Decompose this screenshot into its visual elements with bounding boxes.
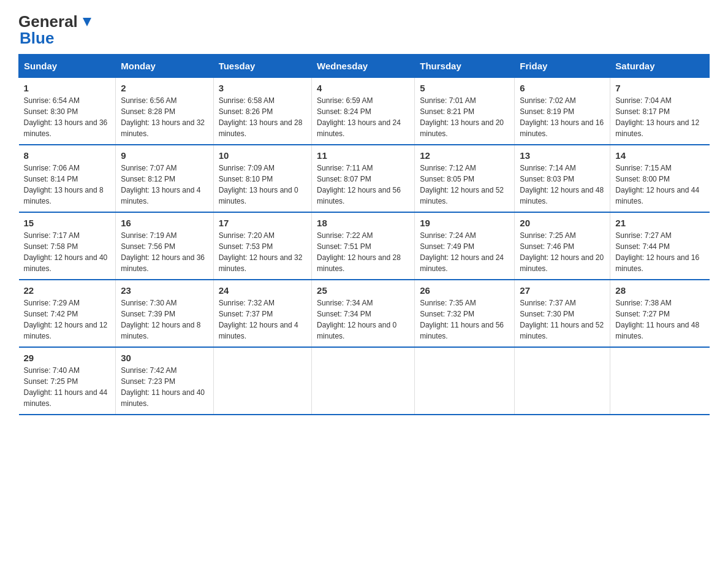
day-info: Sunrise: 6:54 AMSunset: 8:30 PMDaylight:… xyxy=(24,95,111,139)
day-info: Sunrise: 6:56 AMSunset: 8:28 PMDaylight:… xyxy=(121,95,208,139)
day-number: 5 xyxy=(420,83,509,93)
column-header-thursday: Thursday xyxy=(415,55,515,78)
day-info: Sunrise: 7:01 AMSunset: 8:21 PMDaylight:… xyxy=(420,95,509,139)
day-number: 12 xyxy=(420,150,509,161)
day-number: 15 xyxy=(24,218,111,228)
day-info: Sunrise: 7:34 AMSunset: 7:34 PMDaylight:… xyxy=(317,297,409,342)
calendar-cell: 13Sunrise: 7:14 AMSunset: 8:03 PMDayligh… xyxy=(515,145,610,212)
day-number: 3 xyxy=(219,83,306,93)
logo-blue-text: Blue xyxy=(18,29,54,48)
calendar-cell: 16Sunrise: 7:19 AMSunset: 7:56 PMDayligh… xyxy=(116,212,213,280)
calendar-cell: 26Sunrise: 7:35 AMSunset: 7:32 PMDayligh… xyxy=(415,280,515,347)
day-number: 10 xyxy=(219,150,306,161)
calendar-cell: 7Sunrise: 7:04 AMSunset: 8:17 PMDaylight… xyxy=(610,78,710,145)
calendar-cell xyxy=(515,347,610,415)
day-number: 9 xyxy=(121,150,208,161)
calendar-cell: 18Sunrise: 7:22 AMSunset: 7:51 PMDayligh… xyxy=(312,212,415,280)
day-info: Sunrise: 7:32 AMSunset: 7:37 PMDaylight:… xyxy=(219,297,306,342)
calendar-cell: 5Sunrise: 7:01 AMSunset: 8:21 PMDaylight… xyxy=(415,78,515,145)
calendar-cell: 28Sunrise: 7:38 AMSunset: 7:27 PMDayligh… xyxy=(610,280,710,347)
calendar-cell: 17Sunrise: 7:20 AMSunset: 7:53 PMDayligh… xyxy=(213,212,311,280)
day-number: 21 xyxy=(615,218,704,228)
day-info: Sunrise: 7:24 AMSunset: 7:49 PMDaylight:… xyxy=(420,230,509,274)
calendar-week-row: 1Sunrise: 6:54 AMSunset: 8:30 PMDaylight… xyxy=(19,78,710,145)
calendar-header-row: SundayMondayTuesdayWednesdayThursdayFrid… xyxy=(19,55,710,78)
calendar-cell: 3Sunrise: 6:58 AMSunset: 8:26 PMDaylight… xyxy=(213,78,311,145)
day-number: 17 xyxy=(219,218,306,228)
calendar-cell: 29Sunrise: 7:40 AMSunset: 7:25 PMDayligh… xyxy=(19,347,116,415)
calendar-cell: 25Sunrise: 7:34 AMSunset: 7:34 PMDayligh… xyxy=(312,280,415,347)
day-info: Sunrise: 7:12 AMSunset: 8:05 PMDaylight:… xyxy=(420,163,509,207)
day-number: 27 xyxy=(520,285,605,296)
day-number: 25 xyxy=(317,285,409,296)
day-info: Sunrise: 7:38 AMSunset: 7:27 PMDaylight:… xyxy=(615,297,704,342)
day-number: 14 xyxy=(615,150,704,161)
day-info: Sunrise: 7:27 AMSunset: 7:44 PMDaylight:… xyxy=(615,230,704,274)
day-info: Sunrise: 7:14 AMSunset: 8:03 PMDaylight:… xyxy=(520,163,605,207)
day-info: Sunrise: 7:02 AMSunset: 8:19 PMDaylight:… xyxy=(520,95,605,139)
calendar-week-row: 8Sunrise: 7:06 AMSunset: 8:14 PMDaylight… xyxy=(19,145,710,212)
page-header: General Blue xyxy=(18,12,710,48)
calendar-cell: 6Sunrise: 7:02 AMSunset: 8:19 PMDaylight… xyxy=(515,78,610,145)
calendar-cell: 4Sunrise: 6:59 AMSunset: 8:24 PMDaylight… xyxy=(312,78,415,145)
day-info: Sunrise: 7:30 AMSunset: 7:39 PMDaylight:… xyxy=(121,297,208,342)
day-info: Sunrise: 7:07 AMSunset: 8:12 PMDaylight:… xyxy=(121,163,208,207)
day-number: 4 xyxy=(317,83,409,93)
calendar-cell: 1Sunrise: 6:54 AMSunset: 8:30 PMDaylight… xyxy=(19,78,116,145)
day-info: Sunrise: 7:40 AMSunset: 7:25 PMDaylight:… xyxy=(24,365,111,409)
day-info: Sunrise: 7:42 AMSunset: 7:23 PMDaylight:… xyxy=(121,365,208,409)
calendar-cell: 20Sunrise: 7:25 AMSunset: 7:46 PMDayligh… xyxy=(515,212,610,280)
calendar-cell: 9Sunrise: 7:07 AMSunset: 8:12 PMDaylight… xyxy=(116,145,213,212)
day-number: 29 xyxy=(24,353,111,363)
calendar-cell xyxy=(312,347,415,415)
calendar-cell: 14Sunrise: 7:15 AMSunset: 8:00 PMDayligh… xyxy=(610,145,710,212)
day-info: Sunrise: 7:17 AMSunset: 7:58 PMDaylight:… xyxy=(24,230,111,274)
calendar-cell: 22Sunrise: 7:29 AMSunset: 7:42 PMDayligh… xyxy=(19,280,116,347)
calendar-cell: 12Sunrise: 7:12 AMSunset: 8:05 PMDayligh… xyxy=(415,145,515,212)
calendar-cell xyxy=(610,347,710,415)
day-info: Sunrise: 7:11 AMSunset: 8:07 PMDaylight:… xyxy=(317,163,409,207)
day-number: 11 xyxy=(317,150,409,161)
svg-marker-0 xyxy=(83,18,91,26)
calendar-cell: 23Sunrise: 7:30 AMSunset: 7:39 PMDayligh… xyxy=(116,280,213,347)
day-info: Sunrise: 7:29 AMSunset: 7:42 PMDaylight:… xyxy=(24,297,111,342)
day-info: Sunrise: 6:59 AMSunset: 8:24 PMDaylight:… xyxy=(317,95,409,139)
day-info: Sunrise: 7:09 AMSunset: 8:10 PMDaylight:… xyxy=(219,163,306,207)
day-info: Sunrise: 7:15 AMSunset: 8:00 PMDaylight:… xyxy=(615,163,704,207)
logo: General Blue xyxy=(18,12,94,48)
day-number: 28 xyxy=(615,285,704,296)
day-info: Sunrise: 7:35 AMSunset: 7:32 PMDaylight:… xyxy=(420,297,509,342)
calendar-cell: 27Sunrise: 7:37 AMSunset: 7:30 PMDayligh… xyxy=(515,280,610,347)
logo-triangle-icon xyxy=(80,15,94,29)
calendar-cell: 11Sunrise: 7:11 AMSunset: 8:07 PMDayligh… xyxy=(312,145,415,212)
calendar-cell: 19Sunrise: 7:24 AMSunset: 7:49 PMDayligh… xyxy=(415,212,515,280)
column-header-wednesday: Wednesday xyxy=(312,55,415,78)
day-number: 16 xyxy=(121,218,208,228)
day-number: 30 xyxy=(121,353,208,363)
calendar-cell xyxy=(213,347,311,415)
day-info: Sunrise: 7:19 AMSunset: 7:56 PMDaylight:… xyxy=(121,230,208,274)
column-header-sunday: Sunday xyxy=(19,55,116,78)
day-number: 13 xyxy=(520,150,605,161)
calendar-cell xyxy=(415,347,515,415)
calendar-cell: 21Sunrise: 7:27 AMSunset: 7:44 PMDayligh… xyxy=(610,212,710,280)
day-number: 2 xyxy=(121,83,208,93)
calendar-cell: 8Sunrise: 7:06 AMSunset: 8:14 PMDaylight… xyxy=(19,145,116,212)
column-header-friday: Friday xyxy=(515,55,610,78)
day-info: Sunrise: 7:20 AMSunset: 7:53 PMDaylight:… xyxy=(219,230,306,274)
day-number: 7 xyxy=(615,83,704,93)
day-number: 20 xyxy=(520,218,605,228)
day-number: 8 xyxy=(24,150,111,161)
day-number: 26 xyxy=(420,285,509,296)
day-info: Sunrise: 7:37 AMSunset: 7:30 PMDaylight:… xyxy=(520,297,605,342)
day-info: Sunrise: 7:25 AMSunset: 7:46 PMDaylight:… xyxy=(520,230,605,274)
calendar-table: SundayMondayTuesdayWednesdayThursdayFrid… xyxy=(18,54,710,415)
calendar-week-row: 22Sunrise: 7:29 AMSunset: 7:42 PMDayligh… xyxy=(19,280,710,347)
day-number: 23 xyxy=(121,285,208,296)
column-header-monday: Monday xyxy=(116,55,213,78)
day-info: Sunrise: 7:22 AMSunset: 7:51 PMDaylight:… xyxy=(317,230,409,274)
day-info: Sunrise: 6:58 AMSunset: 8:26 PMDaylight:… xyxy=(219,95,306,139)
calendar-week-row: 15Sunrise: 7:17 AMSunset: 7:58 PMDayligh… xyxy=(19,212,710,280)
calendar-cell: 15Sunrise: 7:17 AMSunset: 7:58 PMDayligh… xyxy=(19,212,116,280)
day-info: Sunrise: 7:04 AMSunset: 8:17 PMDaylight:… xyxy=(615,95,704,139)
